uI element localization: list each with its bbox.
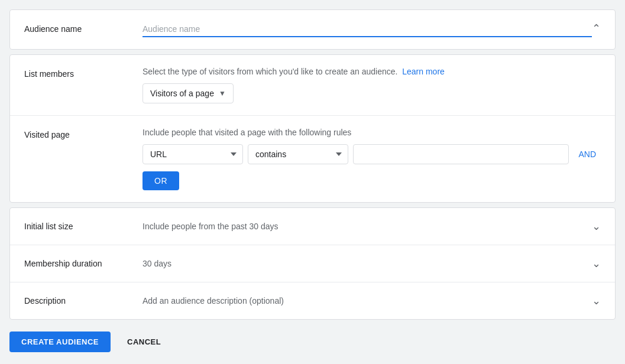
url-select[interactable]: URL [143,144,243,164]
visited-page-label: Visited page [24,128,143,139]
list-members-label: List members [24,67,143,79]
membership-duration-value: 30 days [143,259,592,268]
list-type-value: Visitors of a page [150,89,214,98]
filter-value-input[interactable] [353,144,569,164]
audience-name-input[interactable] [143,22,592,37]
list-members-content: Select the type of visitors from which y… [143,67,601,103]
initial-list-size-value: Include people from the past 30 days [143,222,592,231]
initial-list-size-label: Initial list size [24,222,143,231]
visited-page-description: Include people that visited a page with … [143,128,601,137]
visited-page-row: Visited page Include people that visited… [10,116,615,202]
membership-duration-label: Membership duration [24,259,143,268]
main-container: Audience name ⌃ List members Select the … [9,9,616,352]
membership-duration-row: Membership duration 30 days ⌄ [10,245,615,282]
filter-row: URL contains AND [143,144,601,164]
description-placeholder: Add an audience description (optional) [143,296,592,306]
dropdown-arrow-icon: ▼ [219,89,226,98]
description-row: Description Add an audience description … [10,282,615,319]
cancel-button[interactable]: CANCEL [115,332,173,352]
learn-more-link[interactable]: Learn more [402,67,445,76]
description-label: Description [24,296,143,306]
list-members-description: Select the type of visitors from which y… [143,67,601,76]
visited-page-content: Include people that visited a page with … [143,128,601,190]
footer-actions: CREATE AUDIENCE CANCEL [9,324,616,352]
initial-list-size-row: Initial list size Include people from th… [10,208,615,245]
description-chevron-icon[interactable]: ⌄ [592,294,601,307]
audience-name-input-wrapper [143,22,592,37]
audience-name-chevron-icon[interactable]: ⌃ [592,22,601,35]
contains-select[interactable]: contains [248,144,348,164]
list-type-dropdown[interactable]: Visitors of a page ▼ [143,83,234,103]
list-members-row: List members Select the type of visitors… [10,55,615,116]
audience-name-card: Audience name ⌃ [9,9,616,50]
initial-list-size-chevron-icon[interactable]: ⌄ [592,220,601,233]
audience-name-label: Audience name [24,22,143,34]
create-audience-button[interactable]: CREATE AUDIENCE [9,332,111,352]
expandable-options-card: Initial list size Include people from th… [9,207,616,320]
audience-rules-card: List members Select the type of visitors… [9,54,616,203]
or-button[interactable]: OR [143,171,179,190]
and-button[interactable]: AND [574,145,601,164]
audience-name-row: Audience name ⌃ [10,10,615,49]
membership-duration-chevron-icon[interactable]: ⌄ [592,257,601,270]
list-members-description-text: Select the type of visitors from which y… [143,67,397,76]
